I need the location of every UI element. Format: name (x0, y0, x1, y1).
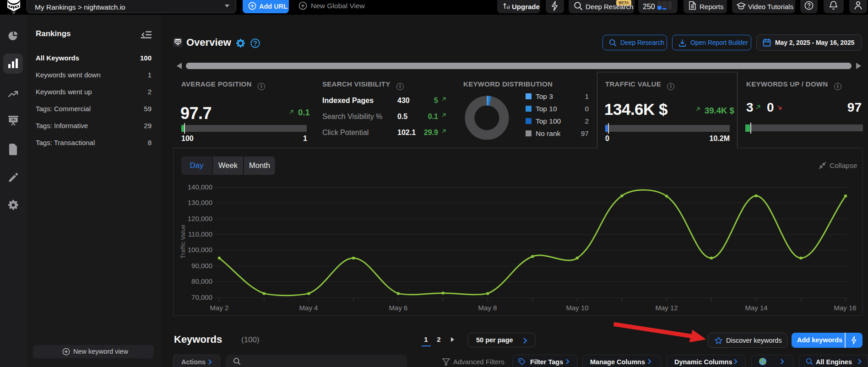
svg-text:100,000: 100,000 (188, 246, 212, 254)
svg-text:May 8: May 8 (478, 304, 497, 312)
svg-text:70,000: 70,000 (191, 293, 212, 301)
svg-text:May 16: May 16 (834, 304, 856, 312)
svg-text:May 14: May 14 (745, 304, 767, 312)
svg-text:80,000: 80,000 (191, 277, 212, 285)
svg-text:May 2: May 2 (210, 304, 229, 312)
svg-text:120,000: 120,000 (188, 215, 212, 222)
svg-text:Traffic Value: Traffic Value (179, 225, 186, 259)
svg-text:May 12: May 12 (655, 304, 678, 312)
svg-text:130,000: 130,000 (188, 199, 212, 206)
svg-text:May 6: May 6 (389, 304, 408, 312)
svg-text:110,000: 110,000 (188, 230, 212, 238)
svg-text:May 4: May 4 (299, 304, 318, 312)
svg-text:140,000: 140,000 (188, 183, 212, 191)
svg-text:May 10: May 10 (566, 304, 588, 312)
svg-text:90,000: 90,000 (191, 262, 212, 270)
